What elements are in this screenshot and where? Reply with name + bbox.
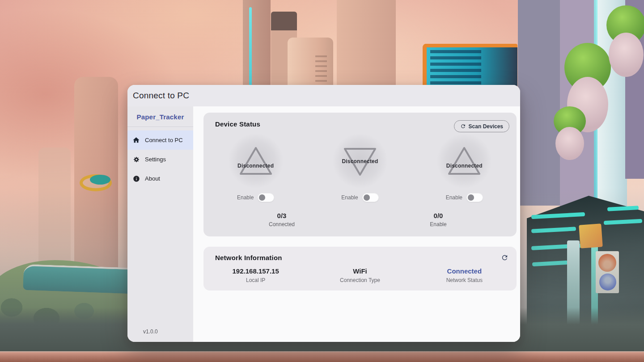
field-value: Connected — [412, 267, 517, 275]
sidebar-nav: Connect to PC — [127, 130, 193, 188]
field-label: Local IP — [203, 277, 308, 283]
main-content: Device Status Scan Devices Disconnected … — [193, 106, 520, 342]
field-value: WiFi — [308, 267, 412, 275]
info-icon — [132, 175, 140, 182]
tracker-triangle-icon: Disconnected — [438, 135, 490, 187]
sidebar-item-label: About — [145, 175, 160, 182]
gear-icon — [132, 156, 140, 163]
device-status-title: Device Status — [215, 120, 260, 128]
field-connection-type: WiFi Connection Type — [308, 267, 412, 283]
stat-value: 0/0 — [360, 212, 517, 219]
toggle-knob — [468, 194, 474, 201]
enable-toggle[interactable] — [466, 193, 483, 202]
app-name: Paper_Tracker — [127, 106, 193, 127]
window-title: Connect to PC — [133, 91, 189, 101]
refresh-icon — [501, 254, 508, 261]
stat-connected: 0/3 Connected — [203, 212, 360, 227]
sidebar-item-connect-to-pc[interactable]: Connect to PC — [127, 130, 193, 150]
enable-label: Enable — [341, 194, 358, 201]
stat-label: Connected — [203, 221, 360, 227]
tracker-triangle-icon: Disconnected — [230, 135, 282, 187]
refresh-icon — [460, 123, 466, 129]
triangle-up-icon — [238, 146, 273, 176]
stat-enabled: 0/0 Enable — [360, 212, 517, 227]
scan-devices-button[interactable]: Scan Devices — [454, 120, 509, 132]
toggle-knob — [364, 194, 370, 201]
toggle-knob — [259, 194, 265, 201]
sidebar: Paper_Tracker Connect to PC — [127, 106, 193, 342]
device-tracker-1: Disconnected Enable — [203, 135, 308, 202]
device-status-label: Disconnected — [224, 163, 288, 169]
sidebar-item-label: Settings — [145, 156, 166, 163]
field-label: Network Status — [412, 277, 517, 283]
field-local-ip: 192.168.157.15 Local IP — [203, 267, 308, 283]
device-status-card: Device Status Scan Devices Disconnected … — [203, 113, 517, 236]
tracker-triangle-icon: Disconnected — [334, 135, 386, 187]
device-list: Disconnected Enable Disconnected — [203, 135, 517, 202]
sidebar-item-about[interactable]: About — [127, 169, 193, 188]
sidebar-item-settings[interactable]: Settings — [127, 150, 193, 169]
triangle-up-icon — [447, 146, 482, 176]
stat-label: Enable — [360, 221, 517, 227]
network-info-card: Network Information 192.168.157.15 Local… — [203, 247, 517, 290]
network-refresh-button[interactable] — [501, 254, 508, 261]
enable-toggle[interactable] — [258, 193, 274, 202]
enable-toggle[interactable] — [362, 193, 379, 202]
device-tracker-2: Disconnected Enable — [308, 135, 412, 202]
sidebar-item-label: Connect to PC — [145, 137, 183, 143]
scan-devices-label: Scan Devices — [469, 123, 503, 130]
foreground-railing — [0, 351, 644, 362]
enable-label: Enable — [446, 194, 462, 201]
field-network-status: Connected Network Status — [412, 267, 517, 283]
network-fields: 192.168.157.15 Local IP WiFi Connection … — [203, 267, 517, 283]
field-label: Connection Type — [308, 277, 412, 283]
device-stats: 0/3 Connected 0/0 Enable — [203, 212, 517, 236]
network-info-title: Network Information — [215, 254, 282, 261]
app-window: Connect to PC Paper_Tracker Connect to P… — [127, 85, 520, 342]
field-value: 192.168.157.15 — [203, 267, 308, 275]
device-tracker-3: Disconnected Enable — [412, 135, 517, 202]
device-status-label: Disconnected — [328, 158, 392, 164]
title-bar[interactable]: Connect to PC — [127, 85, 520, 106]
stat-value: 0/3 — [203, 212, 360, 219]
home-icon — [132, 136, 140, 144]
device-status-label: Disconnected — [432, 163, 496, 169]
app-version: v1.0.0 — [127, 328, 193, 342]
enable-label: Enable — [237, 194, 254, 201]
